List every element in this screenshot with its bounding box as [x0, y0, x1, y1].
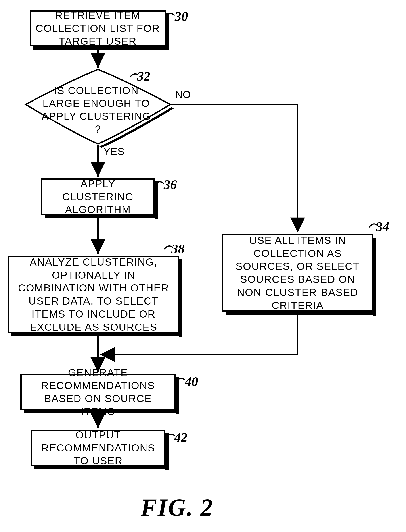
- diamond-text: IS COLLECTION LARGE ENOUGH TO APPLY CLUS…: [42, 85, 154, 135]
- shadow: [225, 312, 376, 315]
- box-apply-clustering: APPLY CLUSTERING ALGORITHM: [41, 178, 155, 215]
- box-generate: GENERATE RECOMMENDATIONS BASED ON SOURCE…: [20, 374, 176, 410]
- ref-40: 40: [185, 374, 198, 389]
- decision-diamond: [26, 69, 174, 148]
- box-text: USE ALL ITEMS IN COLLECTION AS SOURCES, …: [228, 234, 368, 312]
- flowchart-canvas: RETRIEVE ITEM COLLECTION LIST FOR TARGET…: [0, 0, 406, 532]
- shadow: [176, 377, 179, 414]
- box-text: GENERATE RECOMMENDATIONS BASED ON SOURCE…: [26, 366, 170, 418]
- box-text: RETRIEVE ITEM COLLECTION LIST FOR TARGET…: [35, 9, 160, 48]
- ref-36: 36: [164, 177, 177, 192]
- shadow: [12, 333, 182, 336]
- label-no: NO: [175, 89, 191, 100]
- box-output: OUTPUT RECOMMENDATIONS TO USER: [31, 430, 165, 466]
- box-text: ANALYZE CLUSTERING, OPTIONALLY IN COMBIN…: [14, 256, 173, 334]
- box-analyze: ANALYZE CLUSTERING, OPTIONALLY IN COMBIN…: [8, 256, 179, 333]
- ref-32: 32: [137, 69, 150, 84]
- box-use-all: USE ALL ITEMS IN COLLECTION AS SOURCES, …: [222, 234, 373, 312]
- box-retrieve: RETRIEVE ITEM COLLECTION LIST FOR TARGET…: [30, 10, 166, 46]
- ref-30: 30: [175, 9, 188, 24]
- shadow: [166, 13, 169, 51]
- box-text: OUTPUT RECOMMENDATIONS TO USER: [37, 429, 160, 467]
- ref-34: 34: [376, 219, 389, 234]
- box-text: APPLY CLUSTERING ALGORITHM: [47, 177, 149, 216]
- label-yes: YES: [103, 146, 124, 158]
- ref-42: 42: [174, 430, 188, 445]
- ref-38: 38: [171, 241, 185, 257]
- shadow: [165, 433, 168, 470]
- figure-title: FIG. 2: [141, 494, 214, 522]
- shadow: [155, 181, 158, 219]
- shadow: [373, 238, 376, 316]
- shadow: [179, 259, 182, 337]
